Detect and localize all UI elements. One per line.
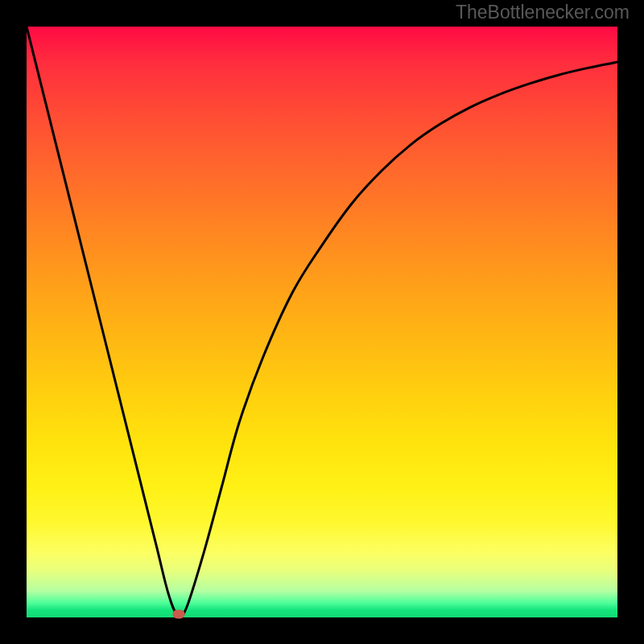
watermark-text: TheBottlenecker.com: [456, 2, 630, 23]
minimum-marker: [173, 610, 185, 619]
plot-gradient-background: [27, 27, 617, 617]
chart-frame: TheBottlenecker.com: [0, 0, 644, 644]
